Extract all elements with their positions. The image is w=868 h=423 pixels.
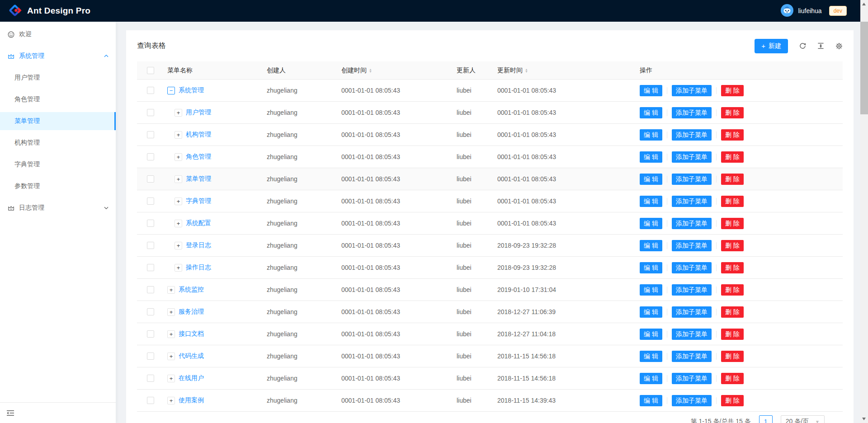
row-checkbox[interactable] [147, 264, 154, 271]
add-submenu-button[interactable]: 添加子菜单 [672, 151, 712, 163]
menu-name-link[interactable]: 操作日志 [186, 263, 211, 272]
scroll-down-arrow-icon[interactable] [862, 418, 866, 420]
menu-name-link[interactable]: 角色管理 [186, 153, 211, 161]
delete-button[interactable]: 删 除 [721, 351, 744, 362]
row-checkbox[interactable] [147, 375, 154, 382]
edit-button[interactable]: 编 辑 [640, 107, 662, 118]
edit-button[interactable]: 编 辑 [640, 240, 662, 251]
expand-row-icon[interactable]: + [175, 175, 182, 183]
edit-button[interactable]: 编 辑 [640, 329, 662, 340]
row-checkbox[interactable] [147, 109, 154, 116]
expand-row-icon[interactable]: + [175, 131, 182, 139]
add-submenu-button[interactable]: 添加子菜单 [672, 306, 712, 318]
expand-row-icon[interactable]: + [175, 220, 182, 227]
add-submenu-button[interactable]: 添加子菜单 [672, 373, 712, 384]
expand-row-icon[interactable]: + [167, 397, 175, 404]
row-checkbox[interactable] [147, 286, 154, 293]
sidebar-item-log-mgmt[interactable]: 日志管理 [0, 199, 116, 217]
row-checkbox[interactable] [147, 352, 154, 360]
edit-button[interactable]: 编 辑 [640, 373, 662, 384]
new-button[interactable]: + 新建 [755, 39, 788, 53]
add-submenu-button[interactable]: 添加子菜单 [672, 329, 712, 340]
expand-row-icon[interactable]: + [175, 264, 182, 272]
expand-row-icon[interactable]: + [167, 330, 175, 338]
row-checkbox[interactable] [147, 175, 154, 183]
row-checkbox[interactable] [147, 197, 154, 205]
header-user-menu[interactable]: liufeihua dev [779, 0, 849, 22]
logo[interactable]: Ant Design Pro [8, 4, 90, 19]
menu-name-link[interactable]: 代码生成 [179, 352, 204, 360]
expand-row-icon[interactable]: + [175, 242, 182, 249]
add-submenu-button[interactable]: 添加子菜单 [672, 240, 712, 251]
delete-button[interactable]: 删 除 [721, 151, 744, 163]
edit-button[interactable]: 编 辑 [640, 262, 662, 273]
delete-button[interactable]: 删 除 [721, 196, 744, 207]
gear-icon[interactable] [835, 42, 843, 50]
menu-name-link[interactable]: 使用案例 [179, 396, 204, 404]
header-cell-updated-time[interactable]: 更新时间 ▲▼ [493, 66, 635, 75]
row-checkbox[interactable] [147, 330, 154, 338]
delete-button[interactable]: 删 除 [721, 306, 744, 318]
expand-row-icon[interactable]: + [175, 197, 182, 205]
sidebar-item-user-mgmt[interactable]: 用户管理 [0, 69, 116, 87]
sidebar-item-menu-mgmt[interactable]: 菜单管理 [0, 112, 116, 130]
expand-row-icon[interactable]: + [175, 153, 182, 161]
menu-name-link[interactable]: 登录日志 [186, 241, 211, 249]
delete-button[interactable]: 删 除 [721, 240, 744, 251]
sidebar-item-org-mgmt[interactable]: 机构管理 [0, 134, 116, 152]
delete-button[interactable]: 删 除 [721, 129, 744, 141]
page-size-select[interactable]: 20 条/页 ▼ [781, 415, 825, 423]
expand-row-icon[interactable]: + [167, 286, 175, 294]
add-submenu-button[interactable]: 添加子菜单 [672, 174, 712, 185]
add-submenu-button[interactable]: 添加子菜单 [672, 85, 712, 96]
sort-icons[interactable]: ▲▼ [369, 68, 372, 73]
add-submenu-button[interactable]: 添加子菜单 [672, 351, 712, 362]
row-checkbox[interactable] [147, 397, 154, 404]
delete-button[interactable]: 删 除 [721, 373, 744, 384]
expand-row-icon[interactable]: + [167, 352, 175, 360]
delete-button[interactable]: 删 除 [721, 329, 744, 340]
sidebar-item-param-mgmt[interactable]: 参数管理 [0, 177, 116, 195]
row-checkbox[interactable] [147, 87, 154, 94]
edit-button[interactable]: 编 辑 [640, 395, 662, 406]
edit-button[interactable]: 编 辑 [640, 85, 662, 96]
row-checkbox[interactable] [147, 242, 154, 249]
menu-name-link[interactable]: 字典管理 [186, 197, 211, 205]
edit-button[interactable]: 编 辑 [640, 351, 662, 362]
add-submenu-button[interactable]: 添加子菜单 [672, 395, 712, 406]
reload-icon[interactable] [799, 42, 806, 49]
add-submenu-button[interactable]: 添加子菜单 [672, 196, 712, 207]
add-submenu-button[interactable]: 添加子菜单 [672, 129, 712, 141]
menu-name-link[interactable]: 在线用户 [179, 374, 204, 382]
menu-name-link[interactable]: 用户管理 [186, 108, 211, 117]
sidebar-item-system-mgmt[interactable]: 系统管理 [0, 47, 116, 65]
menu-name-link[interactable]: 服务治理 [179, 308, 204, 316]
delete-button[interactable]: 删 除 [721, 395, 744, 406]
menu-name-link[interactable]: 系统配置 [186, 219, 211, 227]
add-submenu-button[interactable]: 添加子菜单 [672, 107, 712, 118]
menu-name-link[interactable]: 系统监控 [179, 286, 204, 294]
row-checkbox[interactable] [147, 153, 154, 160]
expand-row-icon[interactable]: + [167, 375, 175, 382]
expand-row-icon[interactable]: + [167, 308, 175, 316]
sidebar-item-role-mgmt[interactable]: 角色管理 [0, 90, 116, 108]
menu-fold-icon[interactable] [6, 409, 14, 417]
delete-button[interactable]: 删 除 [721, 218, 744, 229]
row-checkbox[interactable] [147, 220, 154, 227]
row-checkbox[interactable] [147, 308, 154, 315]
pagination-page-1[interactable]: 1 [759, 415, 773, 423]
sidebar-item-dict-mgmt[interactable]: 字典管理 [0, 155, 116, 174]
scroll-up-arrow-icon[interactable] [862, 3, 866, 5]
add-submenu-button[interactable]: 添加子菜单 [672, 218, 712, 229]
collapse-row-icon[interactable]: − [167, 87, 175, 94]
row-checkbox[interactable] [147, 131, 154, 138]
menu-name-link[interactable]: 系统管理 [179, 86, 204, 94]
menu-name-link[interactable]: 接口文档 [179, 330, 204, 338]
column-height-icon[interactable] [817, 42, 824, 49]
expand-row-icon[interactable]: + [175, 109, 182, 117]
edit-button[interactable]: 编 辑 [640, 129, 662, 141]
delete-button[interactable]: 删 除 [721, 284, 744, 296]
sort-icons[interactable]: ▲▼ [525, 68, 528, 73]
delete-button[interactable]: 删 除 [721, 262, 744, 273]
vertical-scrollbar[interactable] [860, 0, 868, 423]
